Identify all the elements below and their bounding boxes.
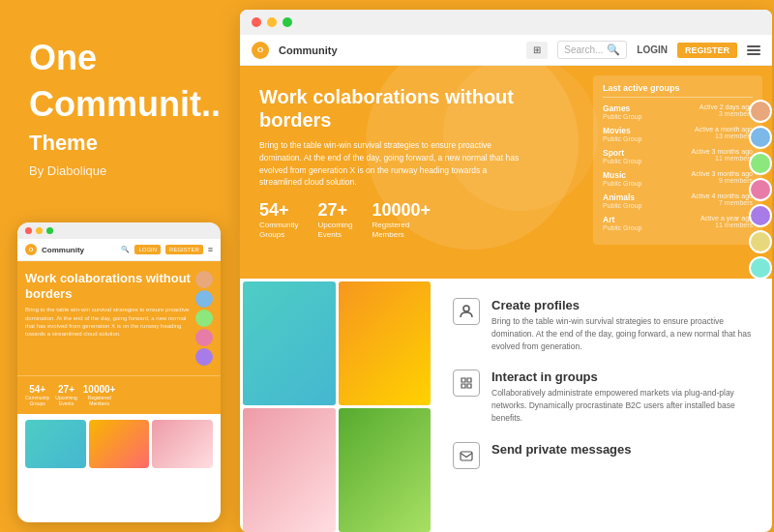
group-item-animals: Animals Public Group Active 4 months ago… [603, 192, 753, 209]
mobile-dot-yellow [36, 227, 43, 234]
side-avatar-6 [749, 230, 772, 253]
side-avatar-4 [749, 178, 772, 201]
nav-grid-icon[interactable]: ⊞ [526, 42, 548, 59]
mobile-dot-green [46, 227, 53, 234]
feature-create-profiles: Create profiles Bring to the table win-w… [453, 298, 753, 352]
nav-search-bar[interactable]: Search... 🔍 [557, 41, 627, 59]
hero-title: Work colaborations without borders [259, 85, 530, 132]
feature-create-profiles-title: Create profiles [491, 298, 753, 312]
nav-register-btn[interactable]: REGISTER [677, 43, 737, 58]
by-label: By Diabolique [29, 163, 208, 178]
create-profiles-icon [453, 298, 480, 325]
nav-login-btn[interactable]: LOGIN [637, 44, 668, 55]
mobile-login-btn[interactable]: LOGIN [134, 245, 161, 254]
side-avatars [749, 100, 772, 279]
mobile-hamburger-icon[interactable]: ≡ [208, 245, 213, 254]
hero-content: Work colaborations without borders Bring… [259, 85, 530, 241]
group-item-movies: Movies Public Group Active a month ago 1… [603, 126, 753, 142]
browser-dot-yellow [267, 17, 277, 27]
mobile-stat-1: 54+ CommunityGroups [25, 384, 49, 406]
interact-groups-icon [453, 369, 480, 397]
title-community: Communit.. [29, 85, 208, 124]
mobile-dot-red [25, 227, 32, 234]
hero-stat-3: 10000+ RegisteredMembers [372, 200, 431, 241]
feature-create-profiles-desc: Bring to the table win-win survival stra… [491, 315, 753, 352]
browser-top-bar [240, 10, 772, 35]
browser-dot-red [252, 17, 261, 27]
browser-window: O Community ⊞ Search... 🔍 LOGIN REGISTER… [240, 10, 772, 532]
mobile-register-btn[interactable]: REGISTER [165, 245, 203, 254]
browser-dot-green [283, 17, 292, 27]
groups-panel: Last active groups Games Public Group Ac… [593, 75, 762, 245]
title-one: One [29, 39, 208, 77]
features-column: Create profiles Bring to the table win-w… [433, 279, 772, 532]
mobile-img-1 [25, 420, 86, 468]
mobile-hero: Work colaborations without borders Bring… [17, 261, 221, 375]
mobile-avatar-5 [195, 348, 213, 366]
mobile-avatar-4 [195, 329, 213, 346]
group-item-games: Games Public Group Active 2 days ago 3 m… [603, 103, 753, 120]
send-messages-icon [453, 442, 480, 469]
nav-logo-text: Community [279, 44, 338, 56]
gallery-img-1 [243, 281, 336, 405]
side-avatar-1 [749, 100, 772, 123]
group-item-art: Art Public Group Active a year ago 11 me… [603, 215, 753, 231]
mobile-stats: 54+ CommunityGroups 27+ UpcomingEvents 1… [17, 375, 221, 414]
feature-send-messages-text: Send private messages [491, 442, 632, 459]
hero-section: Work colaborations without borders Bring… [240, 66, 772, 279]
gallery-img-2 [339, 281, 432, 405]
mobile-mockup: O Community 🔍 LOGIN REGISTER ≡ Work cola… [17, 222, 221, 522]
group-item-sport: Sport Public Group Active 3 months ago 1… [603, 148, 753, 164]
mobile-img-2 [89, 420, 150, 468]
mobile-search-icon[interactable]: 🔍 [121, 246, 130, 253]
search-icon[interactable]: 🔍 [607, 44, 620, 56]
app-title: One Communit.. [29, 39, 208, 123]
hero-desc: Bring to the table win-win survival stra… [259, 139, 530, 189]
mobile-img-3 [152, 420, 213, 468]
mobile-hero-title: Work colaborations without borders [25, 271, 192, 301]
side-avatar-2 [749, 126, 772, 149]
feature-interact-groups-title: Interact in groups [491, 369, 753, 384]
gallery-img-4 [339, 408, 432, 532]
side-avatar-7 [749, 256, 772, 279]
mobile-top-bar [17, 222, 221, 239]
mobile-avatar-2 [195, 290, 213, 308]
mobile-images [17, 414, 221, 474]
mobile-stat-2: 27+ UpcomingEvents [55, 384, 77, 406]
hero-stat-2: 27+ UpcomingEvents [317, 200, 352, 241]
gallery-img-3 [243, 408, 336, 532]
hero-stats: 54+ CommunityGroups 27+ UpcomingEvents 1… [259, 200, 530, 241]
mobile-logo-text: Community [42, 246, 116, 254]
feature-interact-groups-text: Interact in groups Collaboratively admin… [491, 369, 753, 424]
svg-rect-1 [461, 452, 472, 460]
hero-stat-1: 54+ CommunityGroups [259, 200, 298, 241]
mobile-avatar-3 [195, 310, 213, 327]
feature-interact-groups-desc: Collaboratively administrate empowered m… [491, 387, 753, 424]
mobile-nav: O Community 🔍 LOGIN REGISTER ≡ [17, 239, 221, 261]
search-placeholder: Search... [564, 44, 603, 55]
group-item-music: Music Public Group Active 3 months ago 9… [603, 170, 753, 187]
browser-nav: O Community ⊞ Search... 🔍 LOGIN REGISTER [240, 35, 772, 66]
side-avatar-5 [749, 204, 772, 227]
mobile-logo-circle: O [25, 244, 37, 255]
feature-create-profiles-text: Create profiles Bring to the table win-w… [491, 298, 753, 352]
images-column [240, 279, 433, 532]
hamburger-icon[interactable] [747, 45, 760, 55]
mobile-hero-desc: Bring to the table win-win survival stra… [25, 306, 192, 339]
groups-title: Last active groups [603, 83, 753, 98]
feature-send-messages: Send private messages [453, 442, 753, 469]
nav-logo-circle: O [252, 42, 269, 59]
feature-send-messages-title: Send private messages [491, 442, 632, 457]
side-avatar-3 [749, 152, 772, 175]
bottom-section: Create profiles Bring to the table win-w… [240, 279, 772, 532]
feature-interact-groups: Interact in groups Collaboratively admin… [453, 369, 753, 424]
svg-point-0 [463, 306, 469, 311]
mobile-avatar-1 [195, 271, 213, 288]
mobile-stat-3: 10000+ RegisteredMembers [83, 384, 116, 406]
theme-label: Theme [29, 131, 208, 156]
